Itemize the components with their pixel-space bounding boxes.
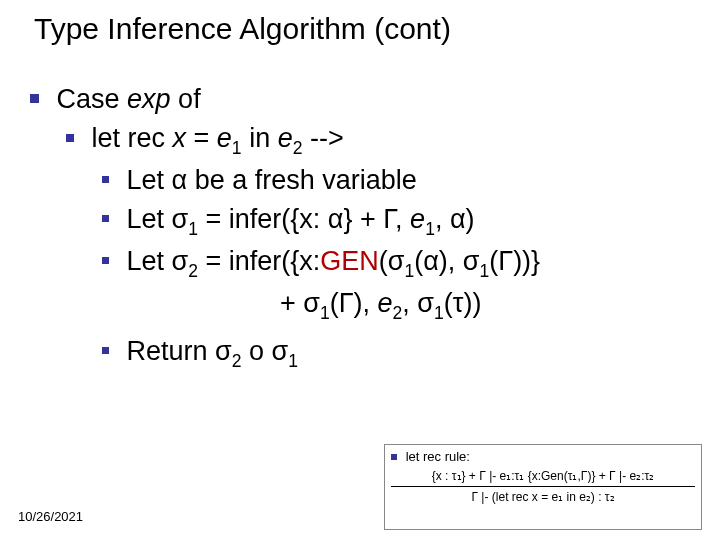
- text-letrec-pre: let rec: [92, 123, 173, 153]
- content-body: Case exp of let rec x = e1 in e2 --> Let…: [30, 80, 690, 373]
- slide: Type Inference Algorithm (cont) Case exp…: [0, 0, 720, 540]
- bullet-icon: [102, 215, 109, 222]
- sub-s1c: 1: [320, 303, 330, 323]
- text-case-pre: Case: [57, 84, 128, 114]
- text-s2b-mid: , σ: [402, 288, 434, 318]
- text-s2-postgen: (σ: [379, 246, 405, 276]
- bullet-icon: [102, 347, 109, 354]
- text-s2-pre: Let σ: [127, 246, 189, 276]
- text-e: e: [410, 204, 425, 234]
- sub-e2: 2: [393, 303, 403, 323]
- text-exp: exp: [127, 84, 171, 114]
- bullet-icon: [66, 134, 74, 142]
- sub-1: 1: [232, 138, 242, 158]
- text-s2-close: (Γ))}: [489, 246, 540, 276]
- bullet-icon: [30, 94, 39, 103]
- sub-r2: 2: [232, 351, 242, 371]
- sub-s1: 1: [188, 219, 198, 239]
- text-eq: =: [186, 123, 217, 153]
- bullet-sigma1: Let σ1 = infer({x: α} + Γ, e1, α): [102, 200, 690, 242]
- sub-s1b: 1: [480, 261, 490, 281]
- text-x: x: [173, 123, 187, 153]
- bullet-fresh: Let α be a fresh variable: [102, 161, 690, 200]
- sub-s2: 2: [188, 261, 198, 281]
- rule-box: let rec rule: {x : τ₁} + Γ |- e₁:τ₁ {x:G…: [384, 444, 702, 530]
- text-s2b-end: (τ)): [444, 288, 482, 318]
- slide-title: Type Inference Algorithm (cont): [34, 12, 451, 46]
- bullet-letrec: let rec x = e1 in e2 -->: [66, 119, 690, 161]
- bullet-sigma2-cont: + σ1(Γ), e2, σ1(τ)): [280, 284, 690, 326]
- text-s1-end: , α): [435, 204, 475, 234]
- sub-e1: 1: [425, 219, 435, 239]
- bullet-case: Case exp of: [30, 80, 690, 119]
- bullet-sigma2: Let σ2 = infer({x:GEN(σ1(α), σ1(Γ))}: [102, 242, 690, 284]
- bullet-icon: [102, 257, 109, 264]
- rule-label: let rec rule:: [406, 449, 470, 464]
- text-return: Return σ: [127, 336, 232, 366]
- bullet-icon: [391, 454, 397, 460]
- bullet-icon: [102, 176, 109, 183]
- sub-s1a: 1: [404, 261, 414, 281]
- text-s2-mid: = infer({x:: [198, 246, 320, 276]
- bullet-return: Return σ2 o σ1: [102, 332, 690, 374]
- rule-label-row: let rec rule:: [391, 449, 695, 464]
- rule-conclusion: Γ |- (let rec x = e₁ in e₂) : τ₂: [469, 489, 616, 505]
- sub-2: 2: [293, 138, 303, 158]
- text-s1-pre: Let σ: [127, 204, 189, 234]
- text-in: in: [242, 123, 278, 153]
- rule-premises: {x : τ₁} + Γ |- e₁:τ₁ {x:Gen(τ₁,Γ)} + Γ …: [430, 468, 656, 484]
- text-case-post: of: [171, 84, 201, 114]
- text-compose: o σ: [242, 336, 289, 366]
- text-e1: e: [217, 123, 232, 153]
- text-e2b: e: [378, 288, 393, 318]
- inference-rule: {x : τ₁} + Γ |- e₁:τ₁ {x:Gen(τ₁,Γ)} + Γ …: [391, 468, 695, 505]
- sub-r1: 1: [288, 351, 298, 371]
- text-gen: GEN: [320, 246, 379, 276]
- rule-line: [391, 486, 695, 487]
- text-e2: e: [278, 123, 293, 153]
- text-s2-alpha: (α), σ: [414, 246, 479, 276]
- text-s1-mid: = infer({x: α} + Γ,: [198, 204, 410, 234]
- text-arrow: -->: [302, 123, 343, 153]
- text-fresh: Let α be a fresh variable: [127, 165, 417, 195]
- sub-s1d: 1: [434, 303, 444, 323]
- text-s2b-after: (Γ),: [330, 288, 378, 318]
- text-s2b-pre: + σ: [280, 288, 320, 318]
- footer-date: 10/26/2021: [18, 509, 83, 524]
